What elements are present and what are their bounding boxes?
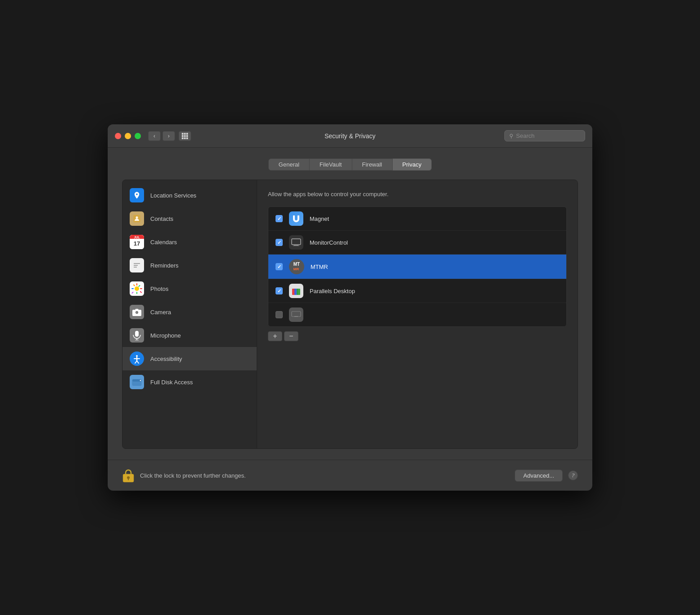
- content-area: General FileVault Firewall Privacy Locat…: [108, 148, 592, 460]
- window-title: Security & Privacy: [324, 132, 376, 140]
- tabs: General FileVault Firewall Privacy: [122, 158, 578, 171]
- tab-filevault[interactable]: FileVault: [310, 158, 352, 171]
- app-row-parallels[interactable]: ✓ Parallels Desktop: [268, 279, 566, 303]
- checkmark-monitorcontrol: ✓: [277, 240, 281, 246]
- sidebar-label-contacts: Contacts: [150, 215, 173, 222]
- svg-point-25: [136, 355, 138, 357]
- maximize-button[interactable]: [135, 133, 141, 139]
- svg-rect-13: [131, 288, 134, 289]
- magnet-app-icon: [289, 211, 303, 226]
- minimize-button[interactable]: [125, 133, 131, 139]
- checkmark-magnet: ✓: [277, 216, 281, 222]
- sidebar-label-fulldisk: Full Disk Access: [150, 379, 193, 386]
- sidebar-item-fulldisk[interactable]: Full Disk Access: [122, 370, 257, 394]
- search-bar[interactable]: ⚲: [504, 130, 585, 141]
- main-window: ‹ › Security & Privacy ⚲ General FileVau…: [108, 124, 592, 491]
- checkbox-parallels[interactable]: ✓: [276, 287, 283, 294]
- mtmr-app-icon: MTMR: [289, 259, 304, 274]
- parallels-app-icon: [289, 284, 303, 298]
- svg-point-20: [136, 312, 138, 313]
- back-button[interactable]: ‹: [148, 131, 161, 141]
- add-app-button[interactable]: +: [268, 331, 282, 341]
- photos-icon: [130, 281, 144, 296]
- svg-rect-12: [136, 292, 137, 294]
- grid-button[interactable]: [179, 131, 191, 141]
- bottom-bar: Click the lock to prevent further change…: [108, 460, 592, 491]
- app-row-mtmr[interactable]: ✓ MTMR MTMR: [268, 255, 566, 279]
- traffic-lights: [115, 133, 141, 139]
- panel-description: Allow the apps below to control your com…: [268, 191, 567, 198]
- svg-point-10: [135, 286, 139, 291]
- help-button[interactable]: ?: [568, 470, 578, 480]
- checkbox-partial[interactable]: [276, 311, 283, 318]
- apps-list: ✓ Magnet ✓: [268, 206, 567, 327]
- svg-rect-37: [293, 246, 299, 246]
- nav-buttons: ‹ ›: [148, 131, 175, 141]
- checkmark-parallels: ✓: [277, 288, 281, 294]
- app-row-partial[interactable]: [268, 303, 566, 326]
- search-input[interactable]: [516, 132, 580, 139]
- sidebar-label-reminders: Reminders: [150, 262, 179, 269]
- app-name-parallels: Parallels Desktop: [310, 288, 355, 294]
- reminders-icon: [130, 258, 144, 272]
- sidebar-label-photos: Photos: [150, 286, 168, 292]
- svg-rect-14: [140, 288, 142, 289]
- tab-general[interactable]: General: [268, 158, 310, 171]
- svg-rect-21: [135, 331, 139, 337]
- tab-privacy[interactable]: Privacy: [393, 158, 432, 171]
- remove-app-button[interactable]: −: [284, 331, 298, 341]
- sidebar-label-microphone: Microphone: [150, 332, 181, 339]
- svg-rect-36: [294, 245, 298, 246]
- sidebar-item-location[interactable]: Location Services: [122, 184, 257, 207]
- app-name-mtmr: MTMR: [311, 264, 328, 270]
- svg-rect-42: [292, 312, 300, 316]
- camera-icon: [130, 305, 144, 319]
- lock-icon-wrap[interactable]: [122, 467, 135, 483]
- monitorcontrol-app-icon: [289, 235, 303, 250]
- close-button[interactable]: [115, 133, 121, 139]
- svg-rect-15: [133, 284, 136, 286]
- contacts-icon: [130, 211, 144, 226]
- checkbox-magnet[interactable]: ✓: [276, 215, 283, 222]
- partial-app-icon: [289, 308, 303, 322]
- svg-rect-35: [292, 239, 301, 245]
- svg-rect-17: [131, 292, 134, 294]
- svg-point-1: [136, 216, 138, 219]
- checkbox-monitorcontrol[interactable]: ✓: [276, 239, 283, 246]
- sidebar-item-microphone[interactable]: Microphone: [122, 324, 257, 347]
- svg-rect-11: [136, 283, 137, 286]
- svg-rect-16: [138, 285, 140, 287]
- app-row-monitorcontrol[interactable]: ✓ MonitorControl: [268, 231, 566, 255]
- microphone-icon: [130, 328, 144, 343]
- sidebar: Location Services Contacts JUL17 Calenda…: [122, 180, 257, 448]
- forward-button[interactable]: ›: [162, 131, 175, 141]
- sidebar-item-camera[interactable]: Camera: [122, 300, 257, 324]
- list-controls: + −: [268, 331, 567, 341]
- sidebar-item-accessibility[interactable]: Accessibility: [122, 347, 257, 370]
- sidebar-label-accessibility: Accessibility: [150, 356, 182, 362]
- right-panel: Allow the apps below to control your com…: [257, 180, 578, 448]
- lock-icon: [122, 467, 135, 483]
- app-name-monitorcontrol: MonitorControl: [310, 239, 348, 246]
- search-icon: ⚲: [509, 133, 513, 139]
- app-row-magnet[interactable]: ✓ Magnet: [268, 207, 566, 231]
- sidebar-label-calendars: Calendars: [150, 239, 177, 246]
- app-name-magnet: Magnet: [310, 215, 329, 222]
- lock-text: Click the lock to prevent further change…: [140, 472, 246, 479]
- fulldisk-icon: [130, 375, 144, 389]
- svg-text:JUL: JUL: [134, 236, 140, 239]
- sidebar-item-calendars[interactable]: JUL17 Calendars: [122, 230, 257, 254]
- checkbox-mtmr[interactable]: ✓: [276, 263, 283, 270]
- sidebar-label-location: Location Services: [150, 192, 197, 199]
- advanced-button[interactable]: Advanced...: [515, 470, 563, 482]
- sidebar-item-reminders[interactable]: Reminders: [122, 254, 257, 277]
- svg-rect-40: [297, 289, 300, 295]
- tab-firewall[interactable]: Firewall: [352, 158, 393, 171]
- accessibility-icon: [130, 351, 144, 366]
- sidebar-item-photos[interactable]: Photos: [122, 277, 257, 300]
- grid-icon: [182, 133, 188, 139]
- svg-rect-18: [140, 291, 142, 293]
- calendars-icon: JUL17: [130, 235, 144, 249]
- sidebar-item-contacts[interactable]: Contacts: [122, 207, 257, 230]
- main-panel: Location Services Contacts JUL17 Calenda…: [122, 180, 578, 449]
